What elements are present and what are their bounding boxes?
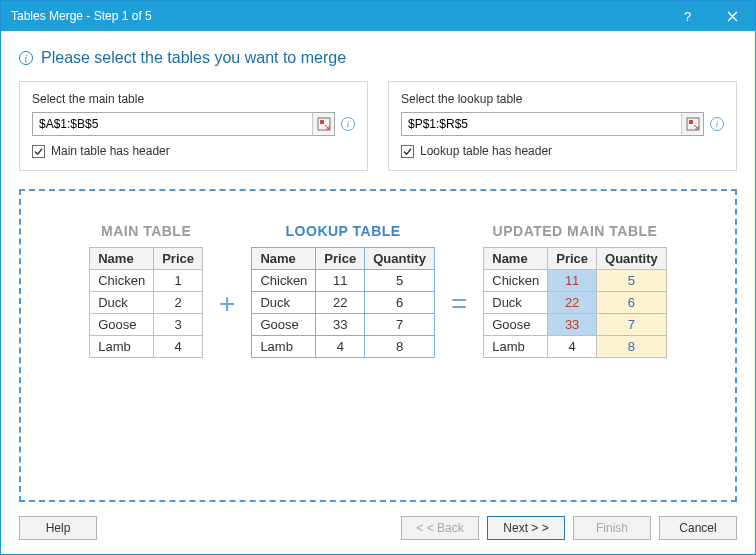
table-row: Duck2 [90, 292, 203, 314]
heading-text: Please select the tables you want to mer… [41, 49, 346, 67]
main-table-block: MAIN TABLE Name Price Chicken1 Duck2 Goo… [89, 223, 203, 358]
lookup-header-checkbox[interactable] [401, 145, 414, 158]
heading-row: i Please select the tables you want to m… [19, 49, 737, 67]
checkmark-icon [34, 147, 43, 156]
next-button[interactable]: Next > > [487, 516, 565, 540]
plus-operator: + [215, 290, 239, 318]
table-row: Duck226 [484, 292, 667, 314]
col-name: Name [90, 248, 154, 270]
lookup-table-range-field[interactable] [402, 113, 681, 135]
window-title: Tables Merge - Step 1 of 5 [11, 9, 665, 23]
lookup-table-block: LOOKUP TABLE Name Price Quantity Chicken… [251, 223, 435, 358]
dialog-body: i Please select the tables you want to m… [1, 31, 755, 554]
col-price: Price [316, 248, 365, 270]
main-header-checkbox-row[interactable]: Main table has header [32, 144, 355, 158]
table-row: Lamb4 [90, 336, 203, 358]
table-header-row: Name Price [90, 248, 203, 270]
updated-table-block: UPDATED MAIN TABLE Name Price Quantity C… [483, 223, 667, 358]
main-table-title: MAIN TABLE [101, 223, 191, 239]
table-header-row: Name Price Quantity [484, 248, 667, 270]
checkmark-icon [403, 147, 412, 156]
lookup-table-input-row: i [401, 112, 724, 136]
finish-button: Finish [573, 516, 651, 540]
info-icon[interactable]: i [710, 117, 724, 131]
preview-row: MAIN TABLE Name Price Chicken1 Duck2 Goo… [47, 223, 709, 358]
equals-operator: = [447, 290, 471, 318]
info-icon: i [19, 51, 33, 65]
table-row: Lamb48 [484, 336, 667, 358]
svg-rect-3 [689, 120, 693, 124]
titlebar: Tables Merge - Step 1 of 5 ? [1, 1, 755, 31]
updated-table: Name Price Quantity Chicken115 Duck226 G… [483, 247, 667, 358]
back-button: < < Back [401, 516, 479, 540]
info-icon[interactable]: i [341, 117, 355, 131]
table-row: Chicken115 [252, 270, 435, 292]
help-button[interactable]: Help [19, 516, 97, 540]
col-name: Name [252, 248, 316, 270]
lookup-header-checkbox-row[interactable]: Lookup table has header [401, 144, 724, 158]
col-qty: Quantity [597, 248, 667, 270]
close-button[interactable] [710, 1, 755, 31]
table-row: Duck226 [252, 292, 435, 314]
main-table: Name Price Chicken1 Duck2 Goose3 Lamb4 [89, 247, 203, 358]
table-row: Goose337 [252, 314, 435, 336]
lookup-table-range-picker-button[interactable] [681, 113, 703, 135]
main-table-label: Select the main table [32, 92, 355, 106]
preview-panel: MAIN TABLE Name Price Chicken1 Duck2 Goo… [19, 189, 737, 502]
lookup-table-range-input[interactable] [401, 112, 704, 136]
lookup-table-group: Select the lookup table i [388, 81, 737, 171]
dialog-window: Tables Merge - Step 1 of 5 ? i Please se… [0, 0, 756, 555]
main-table-range-picker-button[interactable] [312, 113, 334, 135]
table-row: Chicken115 [484, 270, 667, 292]
cancel-button[interactable]: Cancel [659, 516, 737, 540]
table-row: Chicken1 [90, 270, 203, 292]
main-header-checkbox-label: Main table has header [51, 144, 170, 158]
footer: Help < < Back Next > > Finish Cancel [19, 502, 737, 540]
lookup-table-title: LOOKUP TABLE [286, 223, 401, 239]
main-table-range-input[interactable] [32, 112, 335, 136]
lookup-header-checkbox-label: Lookup table has header [420, 144, 552, 158]
main-table-range-field[interactable] [33, 113, 312, 135]
table-row: Goose3 [90, 314, 203, 336]
selector-row: Select the main table i [19, 81, 737, 171]
updated-table-title: UPDATED MAIN TABLE [493, 223, 658, 239]
col-name: Name [484, 248, 548, 270]
range-picker-icon [686, 117, 700, 131]
lookup-table: Name Price Quantity Chicken115 Duck226 G… [251, 247, 435, 358]
table-row: Goose337 [484, 314, 667, 336]
col-qty: Quantity [365, 248, 435, 270]
lookup-table-label: Select the lookup table [401, 92, 724, 106]
main-table-group: Select the main table i [19, 81, 368, 171]
svg-rect-1 [320, 120, 324, 124]
table-row: Lamb48 [252, 336, 435, 358]
main-header-checkbox[interactable] [32, 145, 45, 158]
col-price: Price [548, 248, 597, 270]
close-icon [727, 11, 738, 22]
range-picker-icon [317, 117, 331, 131]
main-table-input-row: i [32, 112, 355, 136]
table-header-row: Name Price Quantity [252, 248, 435, 270]
help-titlebar-button[interactable]: ? [665, 1, 710, 31]
col-price: Price [154, 248, 203, 270]
